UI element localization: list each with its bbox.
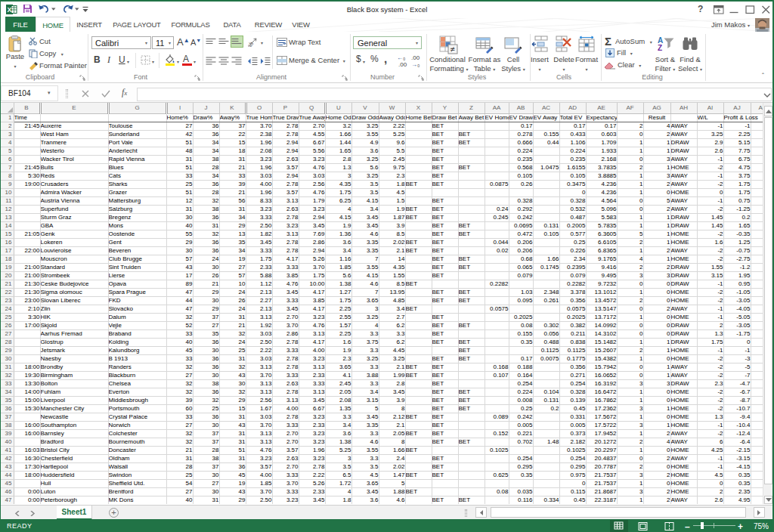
svg-text:Z: Z [658, 44, 662, 52]
svg-text:≠: ≠ [450, 45, 455, 54]
svg-text:A: A [658, 36, 663, 45]
